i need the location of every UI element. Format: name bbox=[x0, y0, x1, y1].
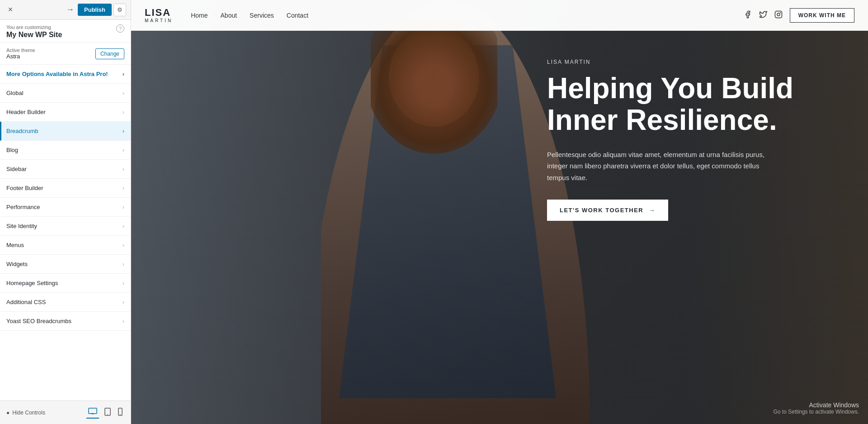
site-logo: LISA MARTIN bbox=[145, 8, 173, 23]
hide-controls-label: Hide Controls bbox=[12, 410, 45, 416]
nav-link-home[interactable]: Home bbox=[191, 12, 208, 19]
menu-item-label: Yoast SEO Breadcrumbs bbox=[6, 318, 71, 324]
theme-name: Astra bbox=[6, 53, 35, 60]
menu-item-label: Homepage Settings bbox=[6, 280, 58, 286]
instagram-icon[interactable] bbox=[774, 10, 783, 20]
nav-right: WORK WITH ME bbox=[744, 8, 854, 23]
arrow-icon: → bbox=[66, 5, 74, 14]
menu-item-breadcrumb[interactable]: Breadcrumb › bbox=[0, 122, 131, 141]
logo-name: LISA bbox=[145, 8, 171, 18]
chevron-right-icon: › bbox=[123, 223, 124, 229]
close-button[interactable]: × bbox=[5, 4, 16, 16]
menu-item-menus[interactable]: Menus › bbox=[0, 236, 131, 255]
chevron-right-icon: › bbox=[123, 299, 124, 305]
menu-item-label: Sidebar bbox=[6, 166, 27, 172]
menu-item-label: Footer Builder bbox=[6, 185, 43, 191]
windows-notice: Activate Windows Go to Settings to activ… bbox=[774, 401, 859, 415]
cta-label: LET'S WORK TOGETHER bbox=[560, 207, 643, 214]
menu-item-label: Global bbox=[6, 90, 24, 96]
menu-item-label: Additional CSS bbox=[6, 299, 46, 305]
menu-item-blog[interactable]: Blog › bbox=[0, 141, 131, 160]
customizer-info: You are customizing My New WP Site ? bbox=[0, 20, 131, 43]
customizer-panel: × → Publish ⚙ You are customizing My New… bbox=[0, 0, 131, 424]
menu-item-astra-pro[interactable]: More Options Available in Astra Pro! › bbox=[0, 65, 131, 84]
menu-item-label: Site Identity bbox=[6, 223, 37, 229]
eye-icon: ● bbox=[6, 410, 9, 416]
chevron-right-icon: › bbox=[123, 71, 124, 77]
gear-icon: ⚙ bbox=[117, 6, 123, 13]
change-theme-button[interactable]: Change bbox=[95, 48, 124, 59]
preview-panel: LISA MARTIN Home About Services Contact bbox=[131, 0, 868, 424]
theme-label: Active theme bbox=[6, 48, 35, 53]
menu-item-label: Menus bbox=[6, 242, 24, 248]
chevron-right-icon: › bbox=[123, 261, 124, 267]
site-breadcrumb: Home bbox=[145, 31, 160, 45]
hero-cta-button[interactable]: LET'S WORK TOGETHER → bbox=[547, 200, 668, 221]
help-icon[interactable]: ? bbox=[116, 24, 124, 33]
menu-item-label: Breadcrumb bbox=[6, 128, 38, 134]
site-header: LISA MARTIN Home About Services Contact bbox=[131, 0, 868, 31]
svg-point-8 bbox=[777, 13, 780, 16]
nav-link-contact[interactable]: Contact bbox=[287, 12, 308, 19]
chevron-right-icon: › bbox=[123, 242, 124, 248]
chevron-right-icon: › bbox=[123, 109, 124, 115]
tablet-view-button[interactable] bbox=[103, 407, 113, 419]
work-with-me-button[interactable]: WORK WITH ME bbox=[790, 8, 854, 23]
hero-title: Helping You Build Inner Resilience. bbox=[547, 72, 832, 136]
menu-item-homepage-settings[interactable]: Homepage Settings › bbox=[0, 274, 131, 293]
menu-item-label: More Options Available in Astra Pro! bbox=[6, 71, 108, 77]
hide-controls-button[interactable]: ● Hide Controls bbox=[6, 410, 45, 416]
menu-item-widgets[interactable]: Widgets › bbox=[0, 255, 131, 274]
publish-area: → Publish ⚙ bbox=[66, 4, 126, 16]
menu-item-label: Performance bbox=[6, 204, 40, 210]
nav-link-about[interactable]: About bbox=[221, 12, 237, 19]
svg-rect-7 bbox=[775, 11, 782, 18]
svg-point-4 bbox=[107, 414, 108, 415]
svg-point-6 bbox=[120, 414, 121, 415]
theme-row: Active theme Astra Change bbox=[0, 43, 131, 65]
menu-list: More Options Available in Astra Pro! › G… bbox=[0, 65, 131, 400]
windows-notice-title: Activate Windows bbox=[774, 401, 859, 409]
site-title: My New WP Site bbox=[6, 31, 62, 39]
menu-item-label: Header Builder bbox=[6, 109, 46, 115]
chevron-right-icon: › bbox=[123, 128, 124, 134]
desktop-view-button[interactable] bbox=[86, 407, 99, 419]
chevron-right-icon: › bbox=[123, 185, 124, 191]
menu-item-global[interactable]: Global › bbox=[0, 84, 131, 103]
windows-notice-subtitle: Go to Settings to activate Windows. bbox=[774, 409, 859, 415]
svg-point-9 bbox=[780, 12, 780, 13]
facebook-icon[interactable] bbox=[744, 10, 752, 20]
bottom-bar: ● Hide Controls bbox=[0, 400, 131, 424]
device-icons bbox=[86, 407, 124, 419]
menu-item-performance[interactable]: Performance › bbox=[0, 198, 131, 217]
menu-item-additional-css[interactable]: Additional CSS › bbox=[0, 293, 131, 312]
mobile-view-button[interactable] bbox=[116, 407, 124, 419]
menu-item-label: Widgets bbox=[6, 261, 28, 267]
settings-button[interactable]: ⚙ bbox=[113, 4, 126, 16]
menu-item-header-builder[interactable]: Header Builder › bbox=[0, 103, 131, 122]
hero-subtitle: LISA MARTIN bbox=[547, 59, 832, 65]
logo-sub: MARTIN bbox=[145, 18, 173, 23]
svg-rect-0 bbox=[89, 408, 97, 414]
hero-description: Pellentesque odio aliquam vitae amet, el… bbox=[547, 149, 773, 184]
cta-arrow-icon: → bbox=[649, 207, 656, 214]
nav-link-services[interactable]: Services bbox=[250, 12, 274, 19]
hero-content: LISA MARTIN Helping You Build Inner Resi… bbox=[547, 59, 832, 221]
top-bar: × → Publish ⚙ bbox=[0, 0, 131, 20]
menu-item-yoast-seo[interactable]: Yoast SEO Breadcrumbs › bbox=[0, 312, 131, 331]
menu-item-footer-builder[interactable]: Footer Builder › bbox=[0, 179, 131, 198]
menu-item-site-identity[interactable]: Site Identity › bbox=[0, 217, 131, 236]
site-nav: Home About Services Contact bbox=[191, 12, 744, 19]
chevron-right-icon: › bbox=[123, 90, 124, 96]
chevron-right-icon: › bbox=[123, 280, 124, 286]
chevron-right-icon: › bbox=[123, 147, 124, 153]
chevron-right-icon: › bbox=[123, 318, 124, 324]
chevron-right-icon: › bbox=[123, 204, 124, 210]
twitter-icon[interactable] bbox=[759, 10, 767, 20]
hair bbox=[371, 18, 497, 154]
menu-item-label: Blog bbox=[6, 147, 18, 153]
customizing-label: You are customizing bbox=[6, 24, 62, 30]
chevron-right-icon: › bbox=[123, 166, 124, 172]
menu-item-sidebar[interactable]: Sidebar › bbox=[0, 160, 131, 179]
publish-button[interactable]: Publish bbox=[78, 4, 112, 16]
